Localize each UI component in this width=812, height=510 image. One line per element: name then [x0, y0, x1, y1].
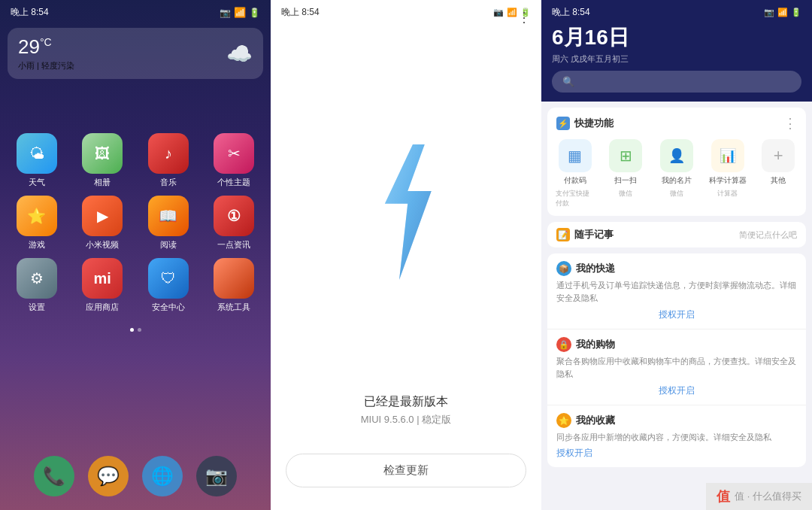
- app-theme[interactable]: ✂ 个性主题: [205, 133, 264, 188]
- app-gallery[interactable]: 🖼 相册: [74, 133, 132, 188]
- memo-icon: 📝: [556, 228, 570, 241]
- dock-camera[interactable]: 📷: [196, 456, 237, 496]
- notify-favorites-desc: 同步各应用中新增的收藏内容，方便阅读。详细安全及隐私: [556, 431, 797, 444]
- quick-app-scan[interactable]: ⊞ 扫一扫 微信: [606, 139, 645, 208]
- dot-2: [138, 328, 141, 332]
- app-security[interactable]: 🛡 安全中心: [139, 258, 198, 313]
- wifi-icon: 📶: [234, 7, 246, 18]
- camera-icon-2: 📷: [493, 8, 504, 17]
- notify-delivery-desc: 通过手机号及订单号追踪快递信息，方便时刻掌握物流动态。详细安全及隐私: [556, 279, 797, 304]
- dock-phone[interactable]: 📞: [34, 456, 74, 496]
- dock-browser[interactable]: 🌐: [142, 456, 183, 496]
- quick-functions-more[interactable]: ⋮: [783, 115, 797, 132]
- update-info: 已经是最新版本 MIUI 9.5.6.0 | 稳定版: [271, 387, 541, 442]
- memo-title: 随手记事: [574, 228, 614, 241]
- app-grid: 🌤 天气 🖼 相册 ♪ 音乐 ✂ 个性主题 ⭐ 游戏: [0, 124, 271, 322]
- notify-delivery-action[interactable]: 授权开启: [556, 308, 797, 321]
- notify-delivery: 📦 我的快递 通过手机号及订单号追踪快递信息，方便时刻掌握物流动态。详细安全及隐…: [547, 253, 806, 329]
- app-video[interactable]: ▶ 小米视频: [74, 196, 132, 250]
- app-games[interactable]: ⭐ 游戏: [8, 196, 66, 250]
- phone3-date-sub: 周六 戊戌年五月初三: [552, 53, 801, 65]
- app-reading[interactable]: 📖 阅读: [139, 196, 198, 250]
- notify-favorites-title: 我的收藏: [576, 414, 615, 427]
- app-music[interactable]: ♪ 音乐: [139, 133, 198, 188]
- phone2-time: 晚上 8:54: [281, 6, 320, 19]
- shopping-icon: 🔒: [556, 337, 571, 352]
- watermark-bar: 值 值 · 什么值得买: [706, 483, 812, 510]
- app-tools[interactable]: 系统工具: [205, 258, 264, 313]
- lightning-graphic: [271, 37, 541, 387]
- wifi-icon-2: 📶: [507, 8, 517, 17]
- weather-cloud-icon: ☁️: [226, 41, 253, 66]
- app-dock: 📞 💬 🌐 📷: [0, 448, 271, 504]
- camera-icon-3: 📷: [764, 8, 774, 17]
- watermark-text: 值 · 什么值得买: [735, 490, 801, 503]
- search-icon: 🔍: [562, 76, 574, 87]
- phone3-notifications: 晚上 8:54 📷 📶 🔋 6月16日 周六 戊戌年五月初三 🔍 ⚡ 快捷功能 …: [541, 0, 812, 510]
- quick-functions-header: ⚡ 快捷功能 ⋮: [547, 108, 806, 136]
- notify-favorites-action[interactable]: 授权开启: [556, 447, 797, 460]
- memo-card: 📝 随手记事 简便记点什么吧: [547, 222, 806, 247]
- battery-icon: 🔋: [249, 8, 260, 18]
- delivery-icon: 📦: [556, 261, 571, 276]
- wifi-icon-3: 📶: [777, 8, 788, 17]
- page-dots: [0, 328, 271, 332]
- phone3-body: ⚡ 快捷功能 ⋮ ▦ 付款码 支付宝快捷付款 ⊞ 扫一扫: [541, 102, 812, 510]
- weather-temp: 29°C: [18, 35, 74, 59]
- phone3-header: 晚上 8:54 📷 📶 🔋 6月16日 周六 戊戌年五月初三 🔍: [541, 0, 812, 102]
- svg-marker-1: [385, 144, 432, 280]
- quick-app-more[interactable]: + 其他: [759, 139, 798, 208]
- quick-app-payment[interactable]: ▦ 付款码 支付宝快捷付款: [556, 139, 595, 208]
- memo-title-area: 📝 随手记事: [556, 228, 614, 241]
- phone3-status-bar: 晚上 8:54 📷 📶 🔋: [552, 6, 801, 19]
- notifications-card: 📦 我的快递 通过手机号及订单号追踪快递信息，方便时刻掌握物流动态。详细安全及隐…: [547, 253, 806, 467]
- app-news[interactable]: ① 一点资讯: [205, 196, 264, 250]
- favorites-icon: ⭐: [556, 413, 571, 428]
- update-version: MIUI 9.5.6.0 | 稳定版: [286, 413, 526, 427]
- update-title: 已经是最新版本: [286, 394, 526, 410]
- quick-functions-icon: ⚡: [556, 117, 570, 130]
- app-weather[interactable]: 🌤 天气: [8, 133, 66, 188]
- notify-favorites: ⭐ 我的收藏 同步各应用中新增的收藏内容，方便阅读。详细安全及隐私 授权开启: [547, 405, 806, 467]
- search-bar[interactable]: 🔍: [552, 71, 801, 93]
- phone3-status-icons: 📷 📶 🔋: [764, 8, 801, 17]
- watermark-logo: 值: [717, 487, 730, 505]
- more-options-button[interactable]: ⋮: [517, 9, 531, 26]
- phone1-homescreen: 晚上 8:54 📷 📶 🔋 29°C 小雨 | 轻度污染 ☁️ 🌤 天气 🖼: [0, 0, 271, 510]
- notify-favorites-header: ⭐ 我的收藏: [556, 413, 797, 428]
- phone2-update: 晚上 8:54 📷 📶 🔋 ⋮: [271, 0, 541, 510]
- quick-app-card[interactable]: 👤 我的名片 微信: [657, 139, 696, 208]
- notify-shopping-desc: 聚合各购物应用中收藏和购物车中的商品，方便查找。详细安全及隐私: [556, 355, 797, 380]
- weather-desc: 小雨 | 轻度污染: [18, 60, 74, 71]
- notify-delivery-title: 我的快递: [576, 262, 615, 275]
- dot-1: [130, 328, 134, 332]
- phone1-status-icons: 📷 📶 🔋: [220, 7, 260, 18]
- quick-functions-title: ⚡ 快捷功能: [556, 117, 614, 130]
- notify-shopping-action[interactable]: 授权开启: [556, 384, 797, 397]
- app-store[interactable]: mi 应用商店: [74, 258, 132, 313]
- quick-app-calc[interactable]: 📊 科学计算器 计算器: [708, 139, 747, 208]
- notify-delivery-header: 📦 我的快递: [556, 261, 797, 276]
- camera-icon: 📷: [220, 8, 231, 18]
- quick-apps-list: ▦ 付款码 支付宝快捷付款 ⊞ 扫一扫 微信 👤 我的名片: [547, 136, 806, 216]
- app-settings[interactable]: ⚙ 设置: [8, 258, 66, 313]
- notify-shopping: 🔒 我的购物 聚合各购物应用中收藏和购物车中的商品，方便查找。详细安全及隐私 授…: [547, 329, 806, 405]
- check-update-button[interactable]: 检查更新: [286, 454, 526, 487]
- phone3-time: 晚上 8:54: [552, 6, 590, 19]
- phone2-status-bar: 晚上 8:54 📷 📶 🔋: [271, 0, 541, 22]
- phone1-time: 晚上 8:54: [11, 6, 49, 19]
- phone1-status-bar: 晚上 8:54 📷 📶 🔋: [0, 0, 271, 22]
- phone3-date: 6月16日: [552, 23, 801, 52]
- notify-shopping-title: 我的购物: [576, 338, 615, 351]
- battery-icon-3: 🔋: [791, 8, 801, 17]
- notify-shopping-header: 🔒 我的购物: [556, 337, 797, 352]
- memo-placeholder[interactable]: 简便记点什么吧: [739, 229, 797, 241]
- weather-widget[interactable]: 29°C 小雨 | 轻度污染 ☁️: [8, 28, 263, 79]
- quick-functions-card: ⚡ 快捷功能 ⋮ ▦ 付款码 支付宝快捷付款 ⊞ 扫一扫: [547, 108, 806, 216]
- dock-messages[interactable]: 💬: [88, 456, 129, 496]
